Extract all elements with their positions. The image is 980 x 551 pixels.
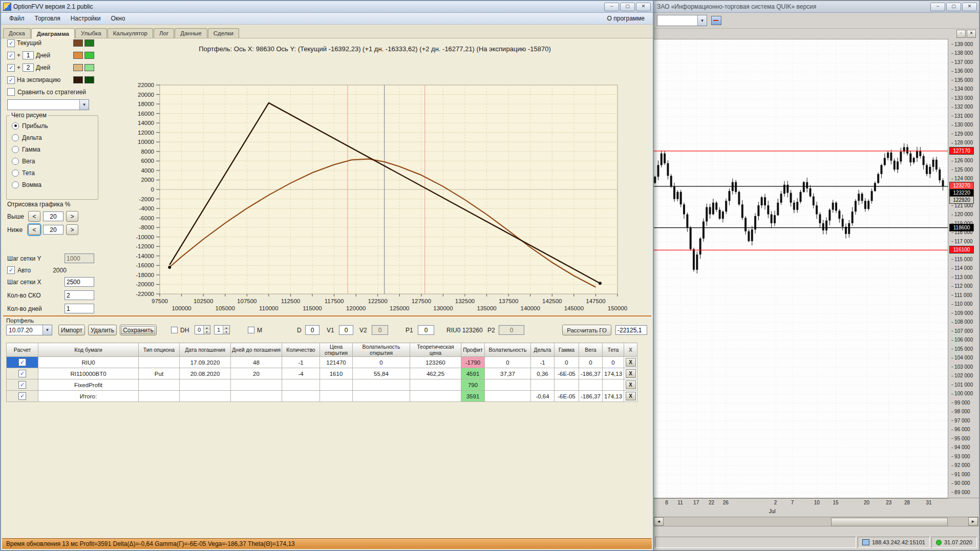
days-count-input[interactable]: [65, 304, 94, 313]
grid-x-input[interactable]: [65, 277, 94, 287]
delete-row-button[interactable]: X: [626, 380, 636, 389]
color-swatch[interactable]: [84, 52, 94, 59]
delete-row-button[interactable]: X: [626, 392, 636, 400]
radio-icon[interactable]: [12, 134, 19, 141]
auto-checkbox[interactable]: ✓: [7, 266, 15, 274]
tab-Диаграмма[interactable]: Диаграмма: [31, 28, 75, 38]
maximize-button[interactable]: ▢: [946, 3, 961, 11]
delete-row-button[interactable]: X: [626, 369, 636, 378]
scroll-left-icon[interactable]: ◄: [654, 517, 664, 526]
radio-icon[interactable]: [12, 146, 19, 153]
color-swatch[interactable]: [73, 39, 83, 47]
column-header[interactable]: Волатильность: [485, 343, 531, 357]
legend-checkbox[interactable]: ✓: [7, 76, 15, 84]
column-header[interactable]: Волатильность открытия: [353, 343, 410, 357]
scroll-right-icon[interactable]: ►: [968, 517, 978, 526]
legend-checkbox[interactable]: ✓: [7, 64, 15, 72]
scrollbar-thumb[interactable]: [831, 518, 948, 526]
dh-spinner-1[interactable]: 0 ▲▼: [195, 325, 210, 334]
column-header[interactable]: Теоретическая цена: [410, 343, 461, 357]
row-calc-checkbox[interactable]: ✓: [18, 358, 26, 366]
column-header[interactable]: Вега: [579, 343, 603, 357]
column-header[interactable]: Дней до погашения: [231, 343, 282, 357]
portfolio-date-combobox[interactable]: 10.07.20 ▼: [6, 325, 52, 335]
column-header[interactable]: Дельта: [531, 343, 555, 357]
close-button[interactable]: ✕: [636, 3, 651, 11]
margin-value-input[interactable]: [615, 325, 647, 335]
tab-Доска[interactable]: Доска: [3, 28, 31, 38]
radio-option-Дельта[interactable]: Дельта: [10, 132, 95, 143]
column-header[interactable]: Тета: [603, 343, 624, 357]
sko-input[interactable]: [65, 290, 94, 300]
minimize-button[interactable]: –: [604, 3, 619, 11]
column-header[interactable]: Цена открытия: [320, 343, 353, 357]
spinner-arrows[interactable]: ▲▼: [203, 326, 210, 334]
radio-option-Тета[interactable]: Тета: [10, 167, 95, 179]
resize-grip[interactable]: ⋮⋮: [641, 543, 651, 549]
column-header[interactable]: Дата погашения: [180, 343, 231, 357]
minimize-button[interactable]: –: [930, 3, 945, 11]
days-ahead-input[interactable]: [23, 51, 34, 59]
days-ahead-input[interactable]: [23, 63, 34, 72]
radio-icon[interactable]: [12, 122, 19, 130]
column-header[interactable]: Расчет: [7, 343, 38, 357]
p1-input[interactable]: [418, 325, 434, 335]
horizontal-scrollbar[interactable]: ◄ ►: [653, 517, 978, 526]
calc-cell[interactable]: ✓: [7, 357, 38, 368]
menu-item-Настройки[interactable]: Настройки: [66, 14, 106, 23]
radio-icon[interactable]: [12, 158, 19, 165]
radio-option-Гамма[interactable]: Гамма: [10, 143, 95, 155]
candlestick-chart[interactable]: [653, 39, 948, 499]
radio-icon[interactable]: [12, 169, 19, 177]
tab-Сделки[interactable]: Сделки: [208, 28, 239, 38]
chevron-down-icon[interactable]: ▼: [79, 100, 89, 110]
radio-option-Вега[interactable]: Вега: [10, 155, 95, 167]
color-swatch[interactable]: [73, 76, 83, 83]
column-header[interactable]: Количество: [282, 343, 320, 357]
legend-checkbox[interactable]: ✓: [7, 39, 15, 47]
row-calc-checkbox[interactable]: ✓: [18, 370, 26, 377]
column-header[interactable]: X: [624, 343, 637, 357]
close-button[interactable]: ✕: [962, 3, 977, 11]
maximize-button[interactable]: ▢: [620, 3, 635, 11]
chevron-down-icon[interactable]: ▼: [697, 15, 707, 26]
radio-icon[interactable]: [12, 181, 19, 188]
delete-button[interactable]: Удалить: [88, 325, 117, 335]
row-calc-checkbox[interactable]: ✓: [18, 381, 26, 389]
below-pct-input[interactable]: [43, 225, 63, 235]
titlebar[interactable]: ЗАО «Информационно-торговая система QUIK…: [653, 1, 979, 13]
calc-cell[interactable]: ✓: [7, 368, 38, 379]
menu-item-Окно[interactable]: Окно: [106, 14, 131, 23]
above-decrease-button[interactable]: <: [28, 211, 40, 222]
column-header[interactable]: Код бумаги: [38, 343, 139, 357]
v1-input[interactable]: [339, 325, 353, 335]
calc-margin-button[interactable]: Рассчитать ГО: [562, 325, 611, 335]
calc-cell[interactable]: ✓: [7, 391, 38, 402]
calc-cell[interactable]: ✓: [7, 379, 38, 391]
legend-checkbox[interactable]: ✓: [7, 52, 15, 59]
below-increase-button[interactable]: >: [66, 224, 78, 235]
titlebar[interactable]: F OptionFVV версия 2.1 public – ▢ ✕: [1, 1, 653, 13]
chevron-down-icon[interactable]: ▼: [42, 325, 52, 335]
tab-Калькулятор[interactable]: Калькулятор: [108, 28, 153, 38]
tab-Лог[interactable]: Лог: [154, 28, 174, 38]
compare-strategy-checkbox[interactable]: [7, 88, 15, 96]
row-calc-checkbox[interactable]: ✓: [18, 392, 26, 400]
import-button[interactable]: Импорт: [58, 325, 85, 335]
menu-item-Файл[interactable]: Файл: [4, 14, 30, 23]
p2-input[interactable]: [499, 325, 524, 335]
column-header[interactable]: Гамма: [555, 343, 579, 357]
chart-tool-icon[interactable]: [711, 16, 721, 25]
strategy-combobox[interactable]: ▼: [7, 99, 89, 110]
tab-Улыбка[interactable]: Улыбка: [75, 28, 107, 38]
save-button[interactable]: Сохранить: [120, 325, 157, 335]
color-swatch[interactable]: [73, 52, 83, 59]
color-swatch[interactable]: [84, 76, 94, 83]
radio-option-Вомма[interactable]: Вомма: [10, 179, 95, 190]
instrument-combobox[interactable]: ▼: [657, 15, 707, 26]
delete-row-button[interactable]: X: [626, 358, 636, 367]
dh-spinner-2[interactable]: 1 ▲▼: [214, 325, 230, 334]
child-close-button[interactable]: ✕: [967, 30, 976, 38]
color-swatch[interactable]: [84, 64, 94, 71]
column-header[interactable]: Профит: [461, 343, 485, 357]
